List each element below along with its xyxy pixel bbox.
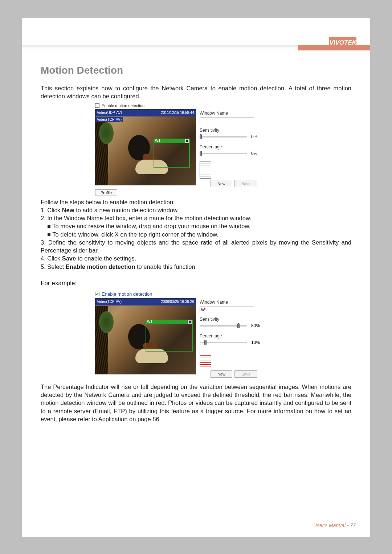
intro-paragraph: This section explains how to configure t… — [41, 84, 351, 100]
room-plant-2 — [99, 311, 114, 333]
percentage-slider-2[interactable] — [200, 342, 247, 343]
steps-block: Follow the steps below to enable motion … — [41, 198, 351, 271]
for-example-label: For example: — [41, 279, 351, 288]
sensitivity-label: Sensitivity — [200, 128, 273, 133]
detection-window[interactable]: W1 ✕ — [154, 139, 190, 168]
footer-page: 77 — [350, 522, 356, 528]
step-4: 4. Click Save to enable the settings. — [41, 254, 351, 262]
video-timestamp-2: 2008/03/25 16:39:26 — [161, 300, 194, 304]
brand-label: VIVOTEK — [329, 37, 356, 48]
detection-window-label: W1 — [155, 139, 160, 143]
room-plant — [99, 122, 114, 144]
motion-detection-panel-1: Enable motion detection Video(UDP-AV) 20… — [95, 103, 273, 196]
percentage-thumb[interactable] — [200, 151, 202, 156]
page-header: VIVOTEK — [22, 18, 370, 51]
video-protocol-2: Video(TCP-AV) — [97, 300, 122, 304]
section-title: Motion Detection — [41, 65, 351, 76]
enable-label-2: Enable motion detection — [102, 291, 152, 297]
video-titlebar-2: Video(TCP-AV) 2008/03/25 16:39:26 — [95, 299, 196, 305]
description-paragraph: The Percentage Indicator will rise or fa… — [41, 383, 351, 423]
detection-window-label-2: W1 — [147, 320, 152, 324]
controls-column-2: Window Name Sensitivity 80% Percentage 1… — [200, 298, 273, 378]
manual-page: VIVOTEK Motion Detection This section ex… — [22, 18, 370, 537]
close-icon[interactable]: ✕ — [185, 139, 189, 143]
new-button-2[interactable]: New — [211, 370, 232, 378]
percentage-slider[interactable] — [200, 153, 247, 154]
video-protocol: Video(UDP-AV) — [97, 111, 122, 115]
new-button[interactable]: New — [211, 180, 232, 187]
close-icon-2[interactable]: ✕ — [188, 320, 192, 324]
video-preview-2[interactable]: Video(TCP-AV) 2008/03/25 16:39:26 W1 ✕ — [95, 298, 196, 374]
video-titlebar: Video(UDP-AV) 2011/12/15 16:58:44 — [95, 110, 196, 116]
sensitivity-label-2: Sensitivity — [200, 317, 273, 322]
steps-intro: Follow the steps below to enable motion … — [41, 198, 351, 206]
enable-checkbox[interactable] — [95, 103, 99, 108]
step-2a: ■ To move and resize the window, drag an… — [41, 222, 351, 230]
window-name-input[interactable] — [200, 118, 254, 124]
percentage-label: Percentage — [200, 144, 273, 149]
header-shade — [22, 45, 305, 49]
sensitivity-slider[interactable] — [200, 136, 247, 138]
footer-manual: User's Manual - — [313, 522, 350, 528]
detection-window-header-2[interactable] — [146, 320, 193, 324]
window-name-input-2[interactable] — [200, 307, 254, 313]
step-3: 3. Define the sensitivity to moving obje… — [41, 238, 351, 255]
indicator-bar — [200, 355, 211, 368]
motion-indicator — [200, 161, 211, 178]
save-button[interactable]: Save — [234, 180, 257, 187]
enable-row: Enable motion detection — [95, 103, 273, 108]
window-name-label-2: Window Name — [200, 300, 273, 305]
percentage-value-2: 10% — [251, 340, 260, 345]
sensitivity-value: 0% — [251, 134, 257, 139]
percentage-label-2: Percentage — [200, 333, 273, 338]
save-button-2[interactable]: Save — [234, 370, 257, 378]
step-1: 1. Click New to add a new motion detecti… — [41, 206, 351, 214]
video-protocol-sub: Video(TCP-AV) — [95, 117, 123, 122]
enable-row-2: ✔ Enable motion detection — [95, 291, 273, 297]
enable-label: Enable motion detection — [102, 103, 144, 108]
page-footer: User's Manual - 77 — [313, 522, 356, 528]
video-preview[interactable]: Video(UDP-AV) 2011/12/15 16:58:44 Video(… — [95, 109, 196, 185]
controls-column: Window Name Sensitivity 0% Percentage 0% — [200, 109, 273, 187]
step-2: 2. In the Window Name text box, enter a … — [41, 214, 351, 222]
video-timestamp: 2011/12/15 16:58:44 — [161, 111, 194, 115]
percentage-value: 0% — [251, 151, 257, 156]
sensitivity-thumb-2[interactable] — [237, 323, 240, 328]
detection-window-2[interactable]: W1 ✕ — [146, 320, 193, 352]
sensitivity-thumb[interactable] — [200, 134, 202, 139]
enable-checkbox-2[interactable]: ✔ — [95, 292, 99, 296]
sensitivity-slider-2[interactable] — [200, 325, 247, 327]
step-2b: ■ To delete window, click X on the top r… — [41, 230, 351, 238]
motion-indicator-2 — [200, 350, 211, 370]
step-5: 5. Select Enable motion detection to ena… — [41, 263, 351, 271]
window-name-label: Window Name — [200, 111, 273, 116]
sensitivity-value-2: 80% — [251, 323, 260, 328]
page-content: Motion Detection This section explains h… — [22, 51, 370, 430]
percentage-thumb-2[interactable] — [204, 340, 207, 345]
motion-detection-panel-2: ✔ Enable motion detection Video(TCP-AV) … — [95, 291, 273, 378]
profile-button[interactable]: Profile — [95, 189, 117, 196]
